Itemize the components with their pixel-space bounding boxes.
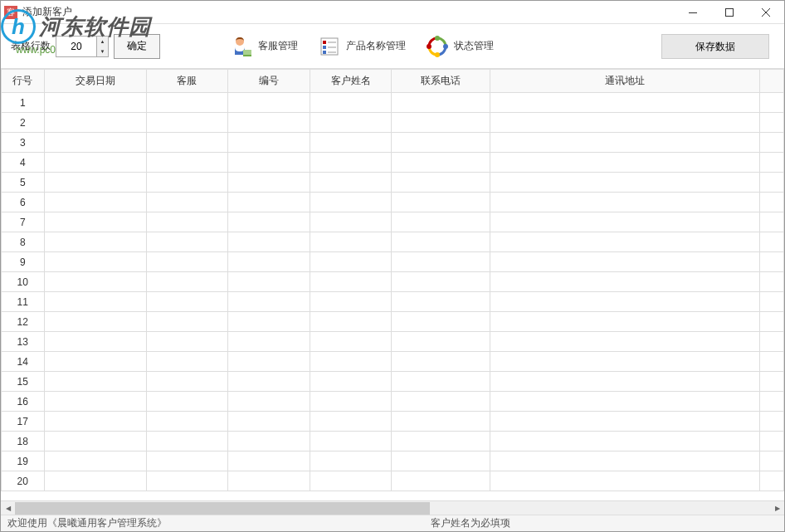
cell-address[interactable] xyxy=(490,352,760,372)
header-date[interactable]: 交易日期 xyxy=(44,70,146,93)
cell-service[interactable] xyxy=(146,173,228,193)
cell-code[interactable] xyxy=(228,212,310,232)
cell-extra[interactable] xyxy=(759,193,783,212)
cell-date[interactable] xyxy=(44,432,146,451)
cell-name[interactable] xyxy=(310,292,392,312)
cell-service[interactable] xyxy=(146,471,228,491)
header-phone[interactable]: 联系电话 xyxy=(392,70,490,93)
cell-rownum[interactable]: 14 xyxy=(2,352,45,372)
cell-service[interactable] xyxy=(146,372,228,392)
cell-date[interactable] xyxy=(44,153,146,173)
cell-extra[interactable] xyxy=(759,352,783,372)
cell-phone[interactable] xyxy=(392,232,490,252)
cell-date[interactable] xyxy=(44,173,146,193)
cell-phone[interactable] xyxy=(392,292,490,312)
cell-phone[interactable] xyxy=(392,93,490,113)
cell-service[interactable] xyxy=(146,133,228,153)
cell-phone[interactable] xyxy=(392,252,490,272)
table-row[interactable]: 19 xyxy=(2,451,784,471)
cell-code[interactable] xyxy=(228,232,310,252)
cell-phone[interactable] xyxy=(392,352,490,372)
cell-extra[interactable] xyxy=(759,392,783,412)
cell-date[interactable] xyxy=(44,412,146,432)
cell-date[interactable] xyxy=(44,471,146,491)
cell-rownum[interactable]: 9 xyxy=(2,252,45,272)
table-row[interactable]: 16 xyxy=(2,392,784,412)
cell-address[interactable] xyxy=(490,412,760,432)
table-row[interactable]: 10 xyxy=(2,272,784,292)
spinner-down-icon[interactable]: ▼ xyxy=(97,46,108,56)
cell-name[interactable] xyxy=(310,471,392,491)
cell-extra[interactable] xyxy=(759,232,783,252)
cell-name[interactable] xyxy=(310,113,392,133)
cell-rownum[interactable]: 13 xyxy=(2,332,45,352)
cell-date[interactable] xyxy=(44,392,146,412)
cell-name[interactable] xyxy=(310,93,392,113)
cell-extra[interactable] xyxy=(759,272,783,292)
cell-service[interactable] xyxy=(146,392,228,412)
table-row[interactable]: 11 xyxy=(2,292,784,312)
cell-address[interactable] xyxy=(490,372,760,392)
cell-name[interactable] xyxy=(310,372,392,392)
cell-phone[interactable] xyxy=(392,372,490,392)
cell-code[interactable] xyxy=(228,432,310,451)
cell-code[interactable] xyxy=(228,412,310,432)
status-manage-button[interactable]: 状态管理 xyxy=(426,35,494,58)
table-row[interactable]: 9 xyxy=(2,252,784,272)
cell-address[interactable] xyxy=(490,312,760,332)
cell-phone[interactable] xyxy=(392,332,490,352)
table-row[interactable]: 13 xyxy=(2,332,784,352)
cell-date[interactable] xyxy=(44,232,146,252)
cell-rownum[interactable]: 2 xyxy=(2,113,45,133)
cell-extra[interactable] xyxy=(759,93,783,113)
cell-code[interactable] xyxy=(228,153,310,173)
cell-name[interactable] xyxy=(310,153,392,173)
row-count-input[interactable] xyxy=(56,37,96,56)
cell-phone[interactable] xyxy=(392,471,490,491)
cell-extra[interactable] xyxy=(759,412,783,432)
table-row[interactable]: 7 xyxy=(2,212,784,232)
cell-rownum[interactable]: 20 xyxy=(2,471,45,491)
cell-rownum[interactable]: 11 xyxy=(2,292,45,312)
cell-date[interactable] xyxy=(44,292,146,312)
table-row[interactable]: 15 xyxy=(2,372,784,392)
cell-rownum[interactable]: 19 xyxy=(2,451,45,471)
cell-extra[interactable] xyxy=(759,372,783,392)
cell-name[interactable] xyxy=(310,272,392,292)
service-manage-button[interactable]: 客服管理 xyxy=(230,35,298,58)
table-row[interactable]: 14 xyxy=(2,352,784,372)
cell-phone[interactable] xyxy=(392,133,490,153)
cell-rownum[interactable]: 8 xyxy=(2,232,45,252)
cell-phone[interactable] xyxy=(392,173,490,193)
cell-extra[interactable] xyxy=(759,312,783,332)
cell-code[interactable] xyxy=(228,392,310,412)
cell-extra[interactable] xyxy=(759,471,783,491)
cell-name[interactable] xyxy=(310,133,392,153)
cell-address[interactable] xyxy=(490,113,760,133)
table-container[interactable]: 行号 交易日期 客服 编号 客户姓名 联系电话 通讯地址 1 2 3 xyxy=(1,69,784,500)
cell-name[interactable] xyxy=(310,193,392,212)
cell-rownum[interactable]: 1 xyxy=(2,93,45,113)
cell-rownum[interactable]: 15 xyxy=(2,372,45,392)
cell-address[interactable] xyxy=(490,292,760,312)
maximize-button[interactable] xyxy=(711,1,748,24)
cell-address[interactable] xyxy=(490,432,760,451)
cell-rownum[interactable]: 18 xyxy=(2,432,45,451)
scroll-left-icon[interactable]: ◀ xyxy=(1,502,15,515)
cell-service[interactable] xyxy=(146,412,228,432)
header-rownum[interactable]: 行号 xyxy=(2,70,45,93)
cell-service[interactable] xyxy=(146,252,228,272)
cell-service[interactable] xyxy=(146,113,228,133)
cell-phone[interactable] xyxy=(392,113,490,133)
cell-phone[interactable] xyxy=(392,272,490,292)
cell-service[interactable] xyxy=(146,153,228,173)
table-row[interactable]: 2 xyxy=(2,113,784,133)
cell-address[interactable] xyxy=(490,193,760,212)
header-code[interactable]: 编号 xyxy=(228,70,310,93)
cell-code[interactable] xyxy=(228,272,310,292)
cell-rownum[interactable]: 6 xyxy=(2,193,45,212)
cell-name[interactable] xyxy=(310,252,392,272)
cell-date[interactable] xyxy=(44,113,146,133)
cell-extra[interactable] xyxy=(759,451,783,471)
cell-name[interactable] xyxy=(310,312,392,332)
